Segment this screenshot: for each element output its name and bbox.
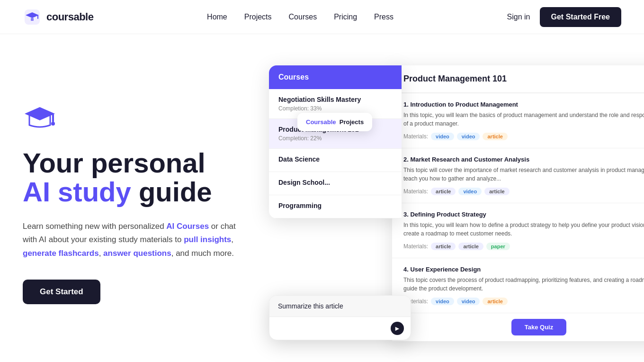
logo-icon — [23, 8, 42, 27]
logo-text: coursable — [46, 11, 93, 23]
course-title-0: Negotiation Skills Mastery — [278, 96, 392, 103]
chat-input[interactable] — [276, 325, 387, 332]
nav-links: Home Projects Courses Pricing Press — [207, 13, 394, 21]
navbar: coursable Home Projects Courses Pricing … — [0, 0, 644, 34]
nav-press[interactable]: Press — [374, 13, 394, 21]
send-icon: ► — [394, 325, 401, 332]
course-item-2[interactable]: Data Science — [269, 149, 402, 172]
topic-desc-2: In this topic, you will learn how to def… — [403, 221, 644, 238]
logo-link[interactable]: coursable — [23, 8, 93, 27]
chat-suggestion[interactable]: Summarize this article — [269, 296, 411, 317]
material-tag-3-0: video — [431, 298, 454, 305]
hero-title-line1: Your personal — [23, 149, 250, 178]
graduation-cap-icon — [23, 101, 57, 136]
courses-panel-header: Courses — [269, 65, 402, 89]
content-panel: Product Management 101 1. Introduction t… — [392, 65, 644, 341]
material-tag-1-1: video — [458, 188, 482, 195]
hero-title: Your personal AI study guide — [23, 149, 250, 207]
topic-desc-1: This topic will cover the importance of … — [403, 166, 644, 183]
topic-num-0: 1. Introduction to Product Management — [403, 101, 644, 108]
topic-item-1: 2. Market Research and Customer Analysis… — [392, 148, 644, 203]
topic-num-3: 4. User Experience Design — [403, 266, 644, 273]
projects-bubble-label: Projects — [340, 118, 364, 126]
materials-label-2: Materials: — [403, 243, 428, 250]
materials-row-2: Materials: article article paper — [403, 243, 644, 250]
svg-rect-3 — [37, 15, 38, 19]
projects-bubble-brand: Coursable — [306, 118, 336, 126]
course-title-2: Data Science — [278, 155, 392, 163]
topic-desc-3: This topic covers the process of product… — [403, 276, 644, 293]
materials-label-1: Materials: — [403, 188, 428, 195]
content-panel-header: Product Management 101 — [392, 65, 644, 93]
topic-item-2: 3. Defining Product Strategy In this top… — [392, 203, 644, 258]
material-tag-3-1: video — [457, 298, 480, 305]
material-tag-2-2: paper — [486, 243, 510, 250]
projects-bubble[interactable]: Coursable Projects — [297, 113, 372, 131]
svg-rect-5 — [52, 114, 54, 122]
topic-num-2: 3. Defining Product Strategy — [403, 211, 644, 218]
material-tag-1-2: article — [484, 188, 509, 195]
svg-rect-2 — [31, 18, 34, 21]
course-title-4: Programming — [278, 202, 392, 209]
chat-overlay: Summarize this article ► — [269, 295, 411, 340]
material-tag-2-1: article — [458, 243, 483, 250]
material-tag-0-1: video — [457, 133, 480, 140]
nav-projects[interactable]: Projects — [244, 13, 272, 21]
chat-input-row: ► — [269, 317, 411, 340]
ai-courses-link[interactable]: AI Courses — [166, 222, 209, 231]
flashcards-link[interactable]: generate flashcards — [23, 249, 99, 258]
course-item-3[interactable]: Design School... — [269, 172, 402, 195]
topic-item-0: 1. Introduction to Product Management In… — [392, 93, 644, 148]
course-title-3: Design School... — [278, 179, 392, 186]
hero-title-line2: AI study guide — [23, 178, 250, 207]
content-panel-title: Product Management 101 — [403, 74, 507, 84]
courses-panel: Courses Negotiation Skills Mastery Compl… — [269, 65, 402, 218]
materials-row-0: Materials: video video article — [403, 133, 644, 140]
material-tag-0-2: article — [483, 133, 507, 140]
questions-link[interactable]: answer questions — [103, 249, 171, 258]
material-tag-1-0: article — [431, 188, 456, 195]
topic-num-1: 2. Market Research and Customer Analysis — [403, 156, 644, 163]
course-item-4[interactable]: Programming — [269, 195, 402, 218]
topic-desc-0: In this topic, you will learn the basics… — [403, 111, 644, 128]
take-quiz-button[interactable]: Take Quiz — [511, 319, 566, 335]
course-completion-0: Completion: 33% — [278, 105, 392, 112]
hero-description: Learn something new with personalized AI… — [23, 220, 250, 261]
hero-right: Courses Negotiation Skills Mastery Compl… — [269, 65, 621, 340]
hero-cta-button[interactable]: Get Started — [23, 280, 100, 304]
materials-row-1: Materials: article video article — [403, 188, 644, 195]
material-tag-3-2: article — [483, 298, 507, 305]
hero-left: Your personal AI study guide Learn somet… — [23, 101, 269, 304]
pull-insights-link[interactable]: pull insights — [184, 235, 231, 244]
materials-row-3: Materials: video video article — [403, 298, 644, 305]
chat-send-button[interactable]: ► — [391, 322, 404, 335]
material-tag-2-0: article — [431, 243, 456, 250]
get-started-nav-button[interactable]: Get Started Free — [540, 7, 621, 27]
svg-point-6 — [51, 122, 55, 126]
sign-in-link[interactable]: Sign in — [507, 13, 530, 21]
nav-courses[interactable]: Courses — [289, 13, 317, 21]
nav-pricing[interactable]: Pricing — [334, 13, 357, 21]
topic-item-3: 4. User Experience Design This topic cov… — [392, 258, 644, 313]
materials-label-0: Materials: — [403, 133, 428, 140]
nav-home[interactable]: Home — [207, 13, 227, 21]
nav-right: Sign in Get Started Free — [507, 7, 621, 27]
hero-section: Your personal AI study guide Learn somet… — [0, 34, 644, 362]
course-completion-1: Completion: 22% — [278, 135, 392, 142]
material-tag-0-0: video — [431, 133, 454, 140]
